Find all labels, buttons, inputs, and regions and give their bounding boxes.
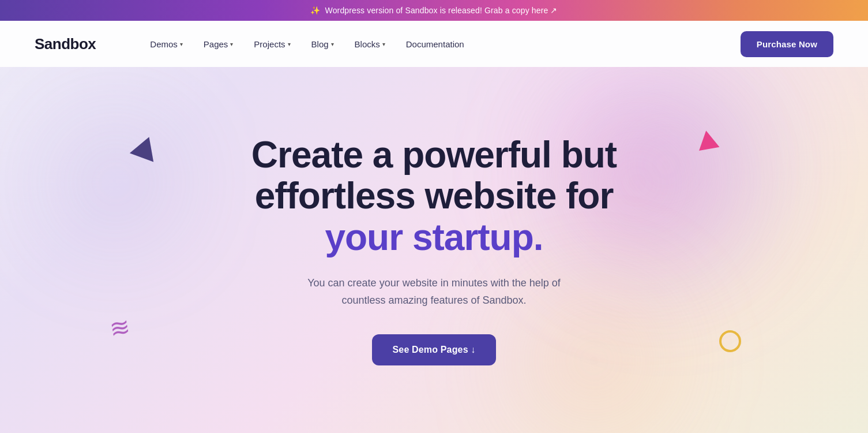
hero-title-line1: Create a powerful but [251, 134, 617, 176]
nav-label-projects: Projects [254, 39, 285, 49]
logo[interactable]: Sandbox [35, 35, 96, 53]
demo-button-label: See Demo Pages ↓ [393, 345, 476, 355]
blob-left [29, 96, 202, 269]
circle-yellow-shape [719, 330, 741, 352]
chevron-down-icon: ▾ [331, 41, 334, 47]
zigzag-shape: ≋ [108, 315, 129, 342]
nav-label-documentation: Documentation [406, 39, 464, 49]
triangle-pink-shape [696, 129, 719, 151]
nav-label-pages: Pages [204, 39, 228, 49]
hero-section: ≋ Create a powerful but effortless websi… [0, 67, 868, 433]
nav-label-blocks: Blocks [355, 39, 380, 49]
hero-subtitle: You can create your website in minutes w… [251, 275, 617, 309]
hero-title-line2: effortless website for [255, 175, 614, 216]
nav-item-demos[interactable]: Demos ▾ [142, 35, 191, 54]
announcement-icon: ✨ [310, 6, 320, 15]
nav-item-documentation[interactable]: Documentation [398, 35, 472, 54]
nav-label-blog: Blog [311, 39, 329, 49]
nav-item-projects[interactable]: Projects ▾ [246, 35, 298, 54]
purchase-now-button[interactable]: Purchase Now [741, 31, 833, 57]
hero-content: Create a powerful but effortless website… [228, 135, 640, 365]
chevron-down-icon: ▾ [230, 41, 233, 47]
see-demo-pages-button[interactable]: See Demo Pages ↓ [372, 334, 497, 365]
chevron-down-icon: ▾ [180, 41, 183, 47]
nav-item-pages[interactable]: Pages ▾ [196, 35, 242, 54]
announcement-bar[interactable]: ✨ Wordpress version of Sandbox is releas… [0, 0, 868, 21]
chevron-down-icon: ▾ [382, 41, 385, 47]
triangle-dark-shape [130, 133, 161, 162]
nav: Demos ▾ Pages ▾ Projects ▾ Blog ▾ Blocks… [142, 35, 717, 54]
hero-title-highlight: your startup. [325, 216, 543, 258]
hero-subtitle-line2: countless amazing features of Sandbox. [341, 294, 526, 306]
chevron-down-icon: ▾ [288, 41, 291, 47]
hero-title: Create a powerful but effortless website… [251, 135, 617, 259]
nav-label-demos: Demos [150, 39, 178, 49]
header: Sandbox Demos ▾ Pages ▾ Projects ▾ Blog … [0, 21, 868, 67]
hero-subtitle-line1: You can create your website in minutes w… [307, 277, 561, 289]
nav-item-blocks[interactable]: Blocks ▾ [347, 35, 393, 54]
announcement-text: Wordpress version of Sandbox is released… [325, 6, 558, 15]
nav-item-blog[interactable]: Blog ▾ [303, 35, 342, 54]
